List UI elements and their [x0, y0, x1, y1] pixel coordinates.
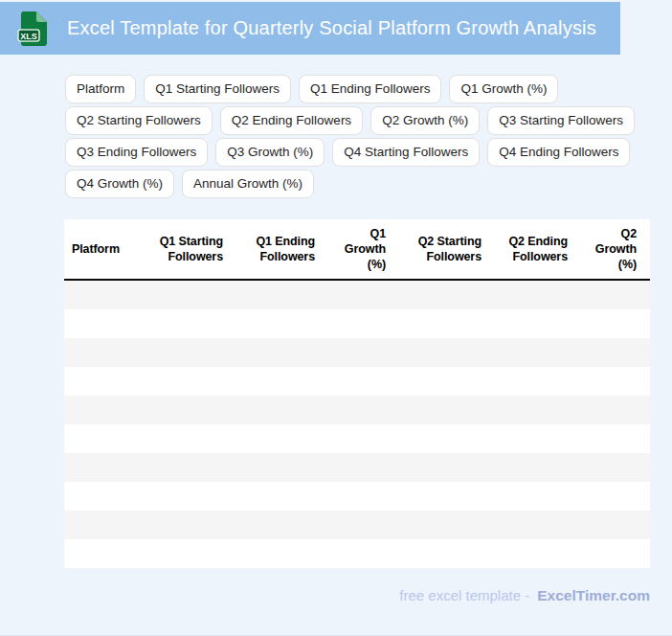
table-row	[64, 539, 650, 568]
chip-q4-growth[interactable]: Q4 Growth (%)	[65, 170, 174, 198]
chip-q2-growth[interactable]: Q2 Growth (%)	[370, 106, 480, 135]
col-header-q1-growth: Q1 Growth (%)	[328, 219, 399, 280]
empty-cell	[64, 338, 650, 367]
table-row	[64, 309, 650, 338]
col-header-platform: Platform	[64, 219, 143, 280]
chip-q4-ending-followers[interactable]: Q4 Ending Followers	[487, 138, 630, 167]
column-chips: Platform Q1 Starting Followers Q1 Ending…	[65, 75, 659, 198]
chip-q1-growth[interactable]: Q1 Growth (%)	[449, 75, 558, 103]
chip-annual-growth[interactable]: Annual Growth (%)	[182, 170, 314, 198]
template-preview-table: Platform Q1 Starting Followers Q1 Ending…	[64, 219, 650, 568]
footer: free excel template -ExcelTimer.com	[64, 587, 650, 604]
empty-cell	[64, 511, 650, 539]
table-body	[64, 280, 650, 568]
chip-q1-starting-followers[interactable]: Q1 Starting Followers	[144, 75, 291, 103]
col-header-q2-growth: Q2 Growth (%)	[581, 219, 650, 280]
chip-q3-ending-followers[interactable]: Q3 Ending Followers	[65, 138, 208, 167]
xls-file-icon: XLS	[17, 11, 48, 47]
table-row	[64, 338, 650, 367]
empty-cell	[64, 280, 650, 309]
empty-cell	[64, 367, 650, 396]
table-row	[64, 424, 650, 453]
data-table: Platform Q1 Starting Followers Q1 Ending…	[64, 219, 650, 568]
table-row	[64, 453, 650, 482]
footer-brand-link[interactable]: ExcelTimer.com	[537, 587, 650, 603]
chip-q4-starting-followers[interactable]: Q4 Starting Followers	[332, 138, 480, 167]
chip-row-3: Q3 Ending Followers Q3 Growth (%) Q4 Sta…	[65, 138, 659, 167]
chip-q2-starting-followers[interactable]: Q2 Starting Followers	[65, 106, 213, 135]
chip-row-2: Q2 Starting Followers Q2 Ending Follower…	[65, 106, 659, 135]
col-header-q1-ending-followers: Q1 Ending Followers	[236, 219, 328, 280]
table-row	[64, 482, 650, 511]
chip-q2-ending-followers[interactable]: Q2 Ending Followers	[220, 106, 363, 135]
empty-cell	[64, 396, 650, 424]
col-header-q2-starting-followers: Q2 Starting Followers	[399, 219, 495, 280]
table-row	[64, 511, 650, 539]
empty-cell	[64, 453, 650, 482]
file-fold	[36, 11, 47, 22]
footer-text: free excel template -	[399, 587, 529, 603]
xls-ribbon-label: XLS	[20, 31, 37, 40]
chip-row-1: Platform Q1 Starting Followers Q1 Ending…	[65, 75, 659, 103]
chip-q3-growth[interactable]: Q3 Growth (%)	[215, 138, 325, 167]
chip-q3-starting-followers[interactable]: Q3 Starting Followers	[487, 106, 635, 135]
table-header-row: Platform Q1 Starting Followers Q1 Ending…	[64, 219, 650, 280]
chip-platform[interactable]: Platform	[65, 75, 136, 103]
empty-cell	[64, 482, 650, 511]
page-title: Excel Template for Quarterly Social Plat…	[67, 17, 596, 39]
chip-row-4: Q4 Growth (%) Annual Growth (%)	[65, 170, 659, 198]
empty-cell	[64, 539, 650, 568]
col-header-q1-starting-followers: Q1 Starting Followers	[143, 219, 236, 280]
table-row	[64, 367, 650, 396]
empty-cell	[64, 309, 650, 338]
table-row	[64, 396, 650, 424]
app-header: XLS Excel Template for Quarterly Social …	[0, 2, 620, 55]
col-header-q2-ending-followers: Q2 Ending Followers	[495, 219, 581, 280]
chip-q1-ending-followers[interactable]: Q1 Ending Followers	[299, 75, 441, 103]
empty-cell	[64, 424, 650, 453]
table-row	[64, 280, 650, 309]
